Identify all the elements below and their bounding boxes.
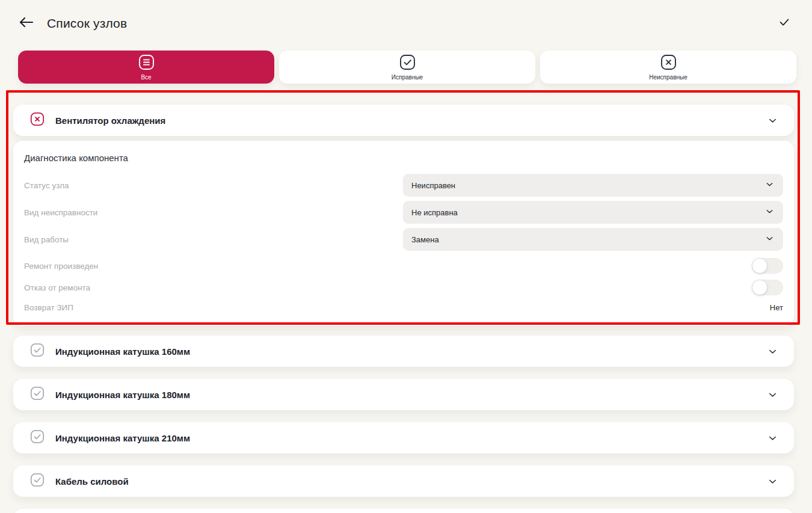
accordion-header-partial[interactable] [13, 509, 794, 513]
chevron-down-icon [767, 115, 778, 126]
chevron-down-icon [767, 432, 778, 444]
select-value: Не исправна [411, 208, 764, 217]
chevron-down-icon [764, 206, 775, 219]
toggle-knob [752, 259, 767, 273]
check-square-icon [30, 429, 45, 446]
field-label: Отказ от ремонта [24, 283, 752, 292]
chevron-down-icon [767, 389, 778, 401]
chevron-down-icon [767, 346, 778, 357]
accordion-header-coil-160[interactable]: Индукционная катушка 160мм [13, 336, 794, 367]
header: Список узлов [0, 0, 812, 35]
tab-working-label: Исправные [392, 74, 423, 81]
check-square-icon [30, 343, 45, 360]
arrow-left-icon [17, 15, 35, 32]
node-list-page: Список узлов Все [0, 0, 812, 513]
check-square-icon [399, 54, 416, 73]
check-icon [777, 16, 792, 31]
node-title: Индукционная катушка 160мм [55, 346, 767, 357]
tab-all[interactable]: Все [18, 51, 274, 84]
chevron-down-icon [764, 179, 775, 192]
x-square-icon [30, 112, 45, 129]
field-label: Ремонт произведен [24, 262, 752, 271]
accordion-header-coil-180[interactable]: Индукционная катушка 180мм [13, 379, 794, 410]
node-title: Кабель силовой [55, 476, 767, 487]
accordion-header-power-cable[interactable]: Кабель силовой [13, 465, 794, 497]
chevron-down-icon [764, 233, 775, 246]
chevron-down-icon [767, 476, 778, 487]
field-spares-return: Возврат ЗИП Нет [24, 298, 783, 316]
field-node-status: Статус узла Неисправен [24, 174, 783, 197]
tab-faulty-label: Неисправные [649, 74, 687, 81]
filter-tabs: Все Исправные Неисправные [18, 51, 796, 84]
select-value: Замена [411, 235, 764, 244]
list-square-icon [138, 54, 155, 73]
back-button[interactable] [17, 15, 35, 32]
field-label: Вид неисправности [24, 208, 403, 217]
field-work-type: Вид работы Замена [24, 228, 783, 251]
node-status-select[interactable]: Неисправен [403, 174, 783, 197]
toggle-knob [752, 280, 767, 295]
fault-type-select[interactable]: Не исправна [403, 201, 783, 224]
accordion-header-coil-210[interactable]: Индукционная катушка 210мм [13, 422, 794, 453]
x-square-icon [660, 54, 677, 73]
field-repair-done: Ремонт произведен [24, 255, 783, 277]
check-square-icon [30, 473, 45, 490]
repair-refused-toggle[interactable] [752, 280, 783, 295]
tab-faulty[interactable]: Неисправные [540, 51, 796, 84]
field-label: Вид работы [24, 235, 403, 244]
field-repair-refused: Отказ от ремонта [24, 277, 783, 298]
select-value: Неисправен [411, 181, 764, 190]
node-list: Вентилятор охлаждения Диагностика компон… [13, 105, 794, 513]
page-title: Список узлов [47, 16, 127, 31]
node-title: Индукционная катушка 180мм [55, 390, 767, 400]
work-type-select[interactable]: Замена [403, 228, 783, 251]
node-title: Индукционная катушка 210мм [55, 433, 767, 443]
tab-working[interactable]: Исправные [279, 51, 535, 84]
repair-done-toggle[interactable] [752, 258, 783, 274]
tab-all-label: Все [141, 74, 151, 81]
panel-title: Диагностика компонента [24, 153, 783, 163]
node-title: Вентилятор охлаждения [55, 115, 767, 126]
field-label: Возврат ЗИП [24, 303, 770, 312]
accordion-header-cooling-fan[interactable]: Вентилятор охлаждения [13, 105, 794, 136]
check-square-icon [30, 386, 45, 403]
diagnostics-panel: Диагностика компонента Статус узла Неисп… [13, 141, 794, 326]
confirm-button[interactable] [777, 16, 794, 31]
spares-return-value: Нет [770, 303, 783, 312]
field-fault-type: Вид неисправности Не исправна [24, 201, 783, 224]
field-label: Статус узла [24, 181, 403, 190]
